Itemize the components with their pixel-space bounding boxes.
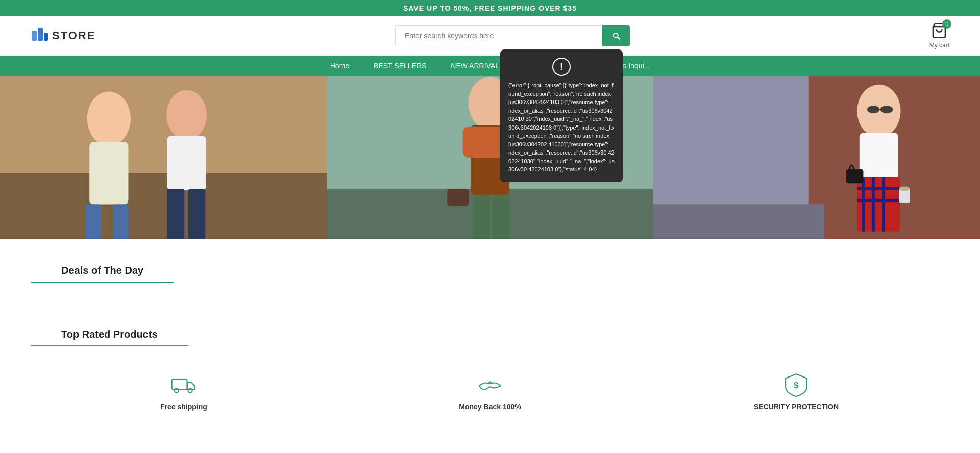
shield-dollar-icon: $: [783, 372, 809, 397]
hero-figure-3: [653, 76, 980, 239]
error-icon: !: [552, 58, 571, 76]
svg-rect-13: [188, 189, 206, 239]
feature-money-back: Money Back 100%: [337, 372, 643, 411]
cart-badge: 0: [942, 19, 951, 29]
handshake-icon: [477, 372, 503, 397]
svg-rect-9: [113, 204, 128, 239]
svg-point-6: [87, 91, 131, 146]
svg-point-38: [880, 106, 893, 113]
top-rated-section: Top Rated Products: [0, 303, 980, 346]
hero-banner: [0, 76, 980, 239]
error-text: {"error":{"root_cause":[{"type":"index_n…: [508, 82, 615, 172]
nav-home[interactable]: Home: [318, 56, 361, 76]
search-icon: [611, 31, 621, 40]
deals-title: Deals of The Day: [31, 249, 174, 283]
svg-rect-20: [493, 195, 510, 239]
hero-image-1: [0, 76, 327, 239]
svg-rect-7: [89, 142, 128, 205]
svg-point-42: [899, 186, 910, 191]
svg-rect-5: [0, 173, 327, 239]
logo-icon: [31, 27, 49, 45]
error-popup: ! {"error":{"root_cause":[{"type":"index…: [500, 49, 623, 182]
cart-container[interactable]: 0 My cart: [929, 22, 949, 49]
logo[interactable]: STORE: [31, 27, 95, 45]
deals-section: Deals of The Day: [0, 239, 980, 283]
search-button[interactable]: [602, 25, 630, 46]
feature-free-shipping: Free shipping: [31, 372, 337, 411]
nav-best-sellers[interactable]: BEST SELLERS: [361, 56, 438, 76]
svg-rect-11: [167, 136, 206, 190]
feature-security: $ SECURITY PROTECTION: [643, 372, 949, 411]
main-nav: Home BEST SELLERS NEW ARRIVALS Shopping …: [0, 56, 980, 76]
svg-text:$: $: [794, 381, 799, 390]
svg-point-37: [867, 106, 879, 113]
feature-free-shipping-label: Free shipping: [160, 402, 207, 411]
search-input[interactable]: [395, 25, 602, 46]
features-bar: Free shipping Money Back 100% $ SECURITY…: [0, 357, 980, 421]
svg-rect-24: [653, 204, 824, 239]
top-banner: SAVE UP TO 50%, FREE SHIPPING OVER $35: [0, 0, 980, 16]
svg-rect-8: [86, 204, 101, 239]
svg-rect-43: [172, 379, 187, 389]
top-rated-title: Top Rated Products: [31, 313, 188, 346]
feature-security-label: SECURITY PROTECTION: [754, 402, 839, 411]
truck-icon: [171, 372, 197, 397]
svg-rect-12: [167, 189, 185, 239]
svg-point-10: [166, 90, 207, 140]
svg-rect-0: [32, 31, 37, 41]
hero-figure-1: [0, 76, 327, 239]
hero-image-3: [653, 76, 980, 239]
header: STORE ! {"error":{"root_cause":[{"type":…: [0, 16, 980, 56]
search-container: ! {"error":{"root_cause":[{"type":"index…: [395, 25, 630, 46]
svg-rect-40: [846, 169, 864, 183]
svg-rect-1: [38, 28, 43, 41]
svg-rect-2: [44, 33, 48, 41]
svg-rect-19: [473, 195, 490, 239]
feature-money-back-label: Money Back 100%: [459, 402, 521, 411]
cart-label: My cart: [929, 42, 949, 49]
svg-rect-21: [447, 189, 469, 206]
logo-text: STORE: [52, 29, 95, 42]
banner-text: SAVE UP TO 50%, FREE SHIPPING OVER $35: [403, 4, 577, 12]
svg-rect-30: [860, 133, 898, 179]
cart-icon-wrapper: 0: [931, 22, 947, 41]
